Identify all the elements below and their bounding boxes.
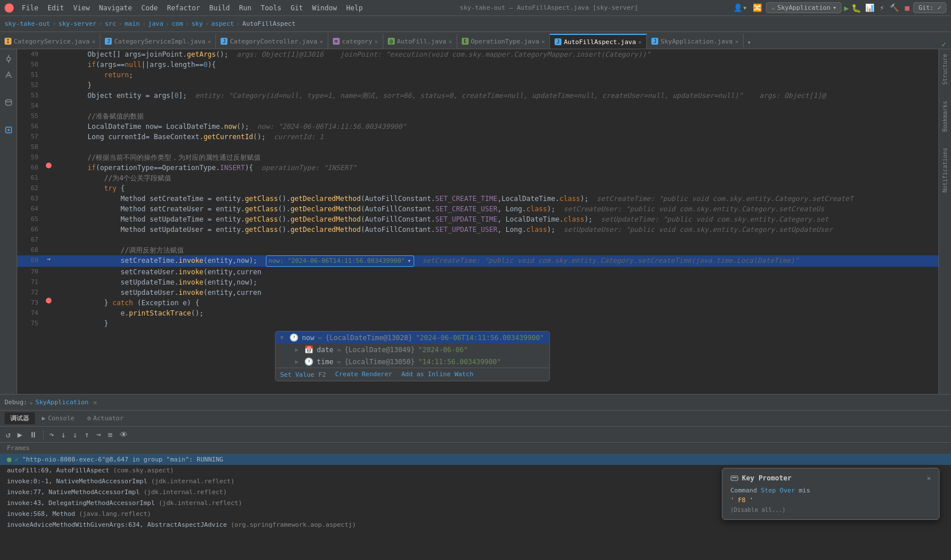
tab-close-2[interactable]: ✕ xyxy=(320,38,323,45)
profile-icon[interactable]: 👤▾ xyxy=(732,3,749,12)
breadcrumb-module[interactable]: sky-server xyxy=(58,20,96,27)
stack-frame-5[interactable]: invokeAdviceMethodWithGivenArgs:634, Abs… xyxy=(0,519,951,530)
sidebar-vcs[interactable] xyxy=(1,68,16,82)
vcs-icon[interactable]: 🔀 xyxy=(751,3,764,12)
stack-frame-0[interactable]: ✓ "http-nio-8080-exec-6"@8,647 in group … xyxy=(0,454,951,465)
frames-header: Frames xyxy=(0,443,951,454)
menu-file[interactable]: File xyxy=(18,3,42,13)
git-button[interactable]: Git: ✓ xyxy=(913,2,946,13)
menu-help[interactable]: Help xyxy=(343,3,366,13)
profile-button[interactable]: ⚡ xyxy=(878,3,886,12)
resume-button[interactable]: ▶ xyxy=(15,429,24,440)
tab-close-5[interactable]: ✕ xyxy=(541,38,545,45)
expand-time[interactable]: ▶ xyxy=(295,358,301,365)
restart-debug-button[interactable]: ↺ xyxy=(3,429,13,440)
bottom-tab-actuator[interactable]: ⚙ Actuator xyxy=(81,413,129,424)
menu-window[interactable]: Window xyxy=(309,3,340,13)
tooltip-row-now[interactable]: ▼ 🕐 now = {LocalDateTime@13028} "2024-06… xyxy=(276,332,549,344)
tooltip-key-now: now xyxy=(302,334,315,342)
inline-debug-now[interactable]: now: "2024-06-06T14:11:56.003439900"▾ xyxy=(266,255,414,267)
app-icon xyxy=(5,3,14,13)
breadcrumb-java[interactable]: java xyxy=(148,20,164,27)
run-to-cursor-button[interactable]: ↝ xyxy=(94,429,103,440)
breadcrumb-sky[interactable]: sky xyxy=(191,20,203,27)
panel-close-button[interactable]: ✕ xyxy=(93,399,97,407)
sidebar-fitten-code[interactable] xyxy=(1,123,16,137)
tab-autofillaspect[interactable]: J AutoFillAspect.java ✕ xyxy=(550,34,647,49)
expand-now[interactable]: ▼ xyxy=(280,334,286,341)
breadcrumb-src[interactable]: src xyxy=(105,20,116,27)
stop-button[interactable]: ■ xyxy=(903,3,911,12)
tabs-overflow[interactable]: ▾ xyxy=(744,36,754,49)
menu-build[interactable]: Build xyxy=(206,3,233,13)
kp-disable-link[interactable]: (Disable all...) xyxy=(730,507,785,513)
menu-code[interactable]: Code xyxy=(138,3,162,13)
tooltip-val-time: "14:11:56.003439900" xyxy=(418,358,501,366)
breakpoint-73[interactable] xyxy=(46,298,52,303)
menu-view[interactable]: View xyxy=(70,3,93,13)
tab-autofill[interactable]: @ AutoFill.java ✕ xyxy=(383,34,457,49)
datetime-icon: 🕐 xyxy=(289,333,298,342)
bottom-tab-debugger[interactable]: 调试器 xyxy=(5,412,35,424)
tab-operationtype[interactable]: E OperationType.java ✕ xyxy=(457,34,550,49)
menu-git[interactable]: Git xyxy=(287,3,306,13)
pause-button[interactable]: ⏸ xyxy=(27,429,40,440)
vtab-notifications[interactable]: Notifications xyxy=(941,145,949,195)
code-line-59: 59 //根据当前不同的操作类型，为对应的属性通过反射赋值 xyxy=(17,152,938,163)
breadcrumb-com[interactable]: com xyxy=(172,20,183,27)
tab-close-1[interactable]: ✕ xyxy=(207,38,211,45)
run-configuration[interactable]: ☕ SkyApplication ▾ xyxy=(766,2,842,13)
console-icon: ▶ xyxy=(42,415,46,422)
build-button[interactable]: 🔨 xyxy=(888,3,901,12)
svg-rect-12 xyxy=(733,477,734,478)
tab-icon-1: J xyxy=(105,38,112,45)
sidebar-commit[interactable] xyxy=(1,52,16,66)
tooltip-row-time[interactable]: ▶ 🕐 time = {LocalTime@13050} "14:11:56.0… xyxy=(276,356,549,368)
tab-categorycontroller[interactable]: J CategoryController.java ✕ xyxy=(216,34,328,49)
breadcrumb-main[interactable]: main xyxy=(124,20,140,27)
tab-skyapplication[interactable]: J SkyApplication.java ✕ xyxy=(647,34,744,49)
tab-close-7[interactable]: ✕ xyxy=(735,38,738,45)
vtab-bookmarks[interactable]: Bookmarks xyxy=(941,98,949,134)
breadcrumb-aspect[interactable]: aspect xyxy=(211,20,234,27)
menu-run[interactable]: Run xyxy=(235,3,255,13)
menu-tools[interactable]: Tools xyxy=(257,3,285,13)
tab-categoryserviceimpl[interactable]: J CategoryServiceImpl.java ✕ xyxy=(100,34,216,49)
kp-close-button[interactable]: ✕ xyxy=(927,474,931,482)
svg-rect-10 xyxy=(734,477,736,478)
kp-key-value: F8 xyxy=(738,496,745,504)
watch-button[interactable]: 👁 xyxy=(117,429,130,440)
tab-close-6[interactable]: ✕ xyxy=(638,39,642,45)
debug-button[interactable]: 🐛 xyxy=(851,3,861,13)
evaluate-button[interactable]: ≡ xyxy=(105,429,115,440)
step-out-button[interactable]: ↑ xyxy=(82,429,91,440)
expand-date[interactable]: ▶ xyxy=(295,346,301,353)
force-step-into-button[interactable]: ⇓ xyxy=(70,429,80,440)
menu-edit[interactable]: Edit xyxy=(44,3,68,13)
breakpoint-60[interactable] xyxy=(46,163,52,168)
tab-label-2: CategoryController.java xyxy=(230,38,317,45)
run-button[interactable]: ▶ xyxy=(844,3,848,13)
tab-category[interactable]: ≡ category ✕ xyxy=(328,34,383,49)
coverage-button[interactable]: 📊 xyxy=(863,3,876,12)
tab-categoryservice[interactable]: I CategoryService.java ✕ xyxy=(0,34,100,49)
sidebar-database[interactable] xyxy=(1,95,16,110)
breadcrumb-class: AutoFillAspect xyxy=(242,20,296,27)
menu-navigate[interactable]: Navigate xyxy=(96,3,136,13)
vtab-structure[interactable]: Structure xyxy=(941,52,949,87)
tooltip-row-date[interactable]: ▶ 📅 date = {LocalDate@13049} "2024-06-06… xyxy=(276,344,549,356)
step-over-button[interactable]: ↷ xyxy=(47,429,56,440)
bottom-tab-console[interactable]: ▶ Console xyxy=(36,413,80,424)
tooltip-add-inline-watch[interactable]: Add as Inline Watch xyxy=(401,370,473,378)
tab-close-4[interactable]: ✕ xyxy=(449,38,452,45)
tooltip-create-renderer[interactable]: Create Renderer xyxy=(335,370,392,378)
key-promoter-popup: Key Promoter ✕ Command Step Over mis ' F… xyxy=(722,468,940,520)
code-line-67: 67 xyxy=(17,235,938,245)
tab-close-3[interactable]: ✕ xyxy=(375,38,378,45)
tooltip-set-value[interactable]: Set Value F2 xyxy=(280,370,326,378)
breadcrumb-project[interactable]: sky-take-out xyxy=(5,20,50,27)
tab-close-0[interactable]: ✕ xyxy=(92,38,95,45)
step-into-button[interactable]: ↓ xyxy=(58,429,68,440)
menu-refactor[interactable]: Refactor xyxy=(163,3,203,13)
code-line-65: 65 Method setUpdateTime = entity.getClas… xyxy=(17,214,938,224)
